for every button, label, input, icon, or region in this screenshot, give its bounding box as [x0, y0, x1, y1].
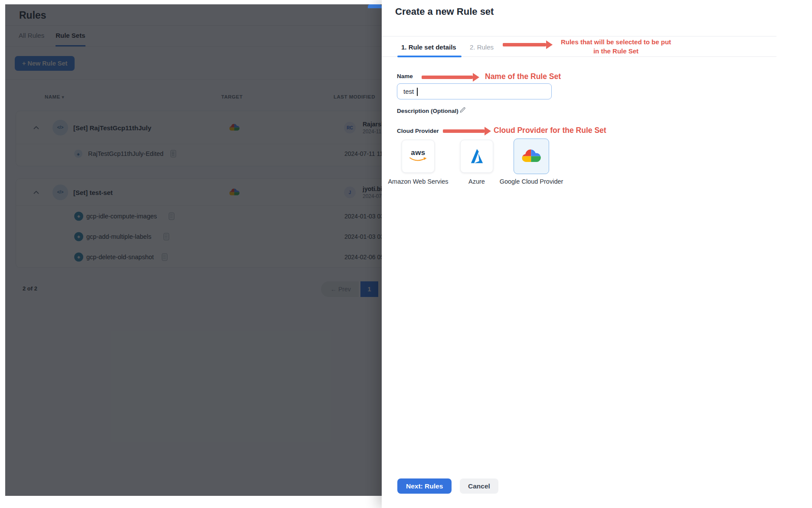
step-rules[interactable]: 2. Rules [470, 36, 494, 57]
dialog-title: Create a new Rule set [395, 6, 494, 17]
azure-logo-icon [468, 148, 486, 164]
create-rule-button-edge [368, 4, 382, 8]
annotation-arrow [443, 129, 485, 133]
name-label: Name [397, 73, 413, 79]
cancel-button[interactable]: Cancel [460, 478, 498, 494]
rule-set-name-input[interactable] [397, 84, 551, 99]
aws-logo-icon: aws [409, 149, 427, 164]
annotation-arrow [422, 76, 473, 79]
provider-card-azure[interactable] [460, 140, 493, 173]
next-rules-button[interactable]: Next: Rules [397, 478, 452, 494]
annotation-cloud-provider-note: Cloud Provider for the Rule Set [494, 126, 606, 135]
gcp-logo-icon [521, 149, 542, 164]
annotation-arrow [503, 43, 546, 46]
description-label: Description (Optional) [397, 108, 458, 114]
provider-label-gcp: Google Cloud Provider [499, 177, 564, 186]
provider-card-aws[interactable]: aws [402, 140, 435, 173]
annotation-steps-note: Rules that will be selected to be put in… [555, 37, 677, 56]
active-step-underline [397, 56, 462, 57]
screen: Rules All Rules Rule Sets + New Rule Set… [0, 0, 812, 508]
edit-pencil-icon[interactable] [459, 106, 466, 113]
annotation-name-note: Name of the Rule Set [485, 72, 561, 81]
text-caret [417, 88, 418, 96]
provider-label-aws: Amazon Web Servies [385, 177, 451, 186]
provider-card-gcp[interactable] [514, 139, 549, 174]
step-rule-set-details[interactable]: 1. Rule set details [401, 36, 456, 57]
rule-set-name-field [397, 83, 552, 99]
create-rule-set-dialog: Create a new Rule set 1. Rule set detail… [382, 0, 812, 508]
cloud-provider-label: Cloud Provider [397, 128, 439, 134]
